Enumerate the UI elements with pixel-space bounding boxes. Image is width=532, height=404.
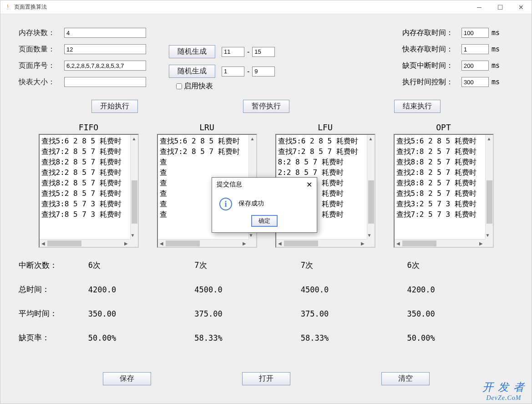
tlb-size-label: 快表大小： [19,77,64,87]
fifo-rate: 50.00% [88,333,195,343]
output-line: 查找5:6 2 8 5 耗费时 [278,136,373,146]
page-count-min-input[interactable] [222,47,244,57]
dialog-close-button[interactable]: ✕ [304,179,314,189]
mem-blocks-label: 内存块数： [19,28,64,38]
lru-hscroll[interactable]: ◀▶ [158,239,248,247]
output-line: 2:2 8 5 7 耗费时 [278,167,373,178]
output-line: 查找5:2 8 5 7 耗费时 [41,188,136,199]
page-seq-max-input[interactable] [252,66,275,77]
exec-ctrl-input[interactable] [461,77,489,87]
open-button[interactable]: 打开 [242,372,290,385]
lru-title: LRU [157,123,257,132]
page-count-label: 页面数量： [19,45,64,54]
avg-time-label: 平均时间： [19,308,88,319]
mem-time-unit: ms [491,29,500,37]
lfu-vscroll[interactable]: ▲▼ [367,135,375,239]
output-line: 查找8:8 2 5 7 耗费时 [396,178,491,188]
watermark: 开 发 者 DevZe.CoM [482,380,525,402]
lfu-total: 4500.0 [301,285,407,294]
stop-button[interactable]: 结束执行 [394,100,441,113]
rand-gen-page-count-button[interactable]: 随机生成 [169,45,215,58]
page-seq-min-input[interactable] [222,66,244,77]
dash-2: - [247,67,249,76]
output-line: 查找7:8 5 7 3 耗费时 [41,209,136,220]
output-line: 8:2 8 5 7 耗费时 [278,157,373,167]
dash-1: - [247,48,249,56]
opt-interrupts: 6次 [407,260,513,271]
output-line: 查找7:2 8 5 7 耗费时 [278,146,373,157]
start-button[interactable]: 开始执行 [91,100,138,113]
output-line: 查找7:2 8 5 7 耗费时 [41,146,136,157]
lru-total: 4500.0 [194,285,301,294]
output-line: 查找3:8 5 7 3 耗费时 [41,199,136,209]
total-time-label: 总时间： [19,284,88,295]
clear-button[interactable]: 清空 [381,372,430,385]
fault-rate-label: 缺页率： [19,332,88,343]
opt-column: OPT 查找5:6 2 8 5 耗费时查找7:8 2 5 7 耗费时查找8:8 … [394,123,494,248]
opt-avg: 350.00 [407,309,513,318]
output-line: 查找8:8 2 5 7 耗费时 [396,157,491,167]
output-line: 查找5:6 2 8 5 耗费时 [160,136,254,146]
window-title: 页面置换算法 [14,3,47,11]
output-line: 查 [160,167,254,178]
minimize-button[interactable]: ─ [469,0,490,14]
output-line: 查找3:2 5 7 3 耗费时 [396,199,491,209]
close-button[interactable]: ✕ [511,0,532,14]
fifo-avg: 350.00 [88,309,195,318]
fifo-total: 4200.0 [88,285,195,294]
opt-vscroll[interactable]: ▲▼ [485,135,493,239]
output-line: 查找2:2 8 5 7 耗费时 [41,167,136,178]
output-line: 查 [160,157,254,167]
opt-hscroll[interactable]: ◀▶ [395,239,485,247]
pause-button[interactable]: 暂停执行 [243,100,289,113]
exec-ctrl-label: 执行时间控制： [402,77,461,87]
output-line: 查找7:2 5 7 3 耗费时 [396,209,491,220]
fault-time-input[interactable] [461,61,489,71]
maximize-button[interactable]: ☐ [490,0,511,14]
opt-output: 查找5:6 2 8 5 耗费时查找7:8 2 5 7 耗费时查找8:8 2 5 … [395,135,493,226]
save-dialog: 提交信息 ✕ i 保存成功 确定 [212,177,317,233]
save-button[interactable]: 保存 [103,372,151,385]
page-seq-input[interactable] [64,61,146,71]
page-count-max-input[interactable] [252,47,275,57]
tlb-time-label: 快表存取时间： [402,45,461,54]
page-count-input[interactable] [64,44,146,54]
info-icon: i [219,198,232,210]
fifo-column: FIFO 查找5:6 2 8 5 耗费时查找7:2 8 5 7 耗费时查找8:2… [39,123,139,248]
lfu-interrupts: 7次 [301,260,407,271]
dialog-ok-button[interactable]: 确定 [251,215,278,227]
output-line: 查找8:2 8 5 7 耗费时 [41,157,136,167]
lfu-hscroll[interactable]: ◀▶ [276,239,367,247]
fifo-interrupts: 6次 [88,260,195,271]
mem-time-label: 内存存取时间： [402,28,461,38]
lfu-rate: 58.33% [301,333,407,343]
opt-total: 4200.0 [407,285,513,294]
output-line: 查找5:8 2 5 7 耗费时 [396,188,491,199]
dialog-message: 保存成功 [238,198,264,208]
enable-tlb-label: 启用快表 [184,82,213,91]
output-line: 查找2:8 2 5 7 耗费时 [396,167,491,178]
mem-time-input[interactable] [461,28,489,38]
java-icon [4,4,11,11]
fifo-hscroll[interactable]: ◀▶ [40,239,130,247]
tlb-time-input[interactable] [461,44,489,54]
output-line: 查找5:6 2 8 5 耗费时 [396,136,491,146]
fifo-vscroll[interactable]: ▲▼ [130,135,138,239]
output-line: 查找8:2 8 5 7 耗费时 [41,178,136,188]
titlebar: 页面置换算法 ─ ☐ ✕ [0,0,532,14]
tlb-size-input[interactable] [64,77,146,87]
fault-time-unit: ms [491,61,500,70]
fifo-output: 查找5:6 2 8 5 耗费时查找7:2 8 5 7 耗费时查找8:2 8 5 … [40,135,138,226]
fault-time-label: 缺页中断时间： [402,61,461,71]
lru-avg: 375.00 [194,309,301,318]
page-seq-label: 页面序号： [19,61,64,71]
fifo-title: FIFO [39,123,139,132]
output-line: 查找5:6 2 8 5 耗费时 [41,136,136,146]
dialog-title-text: 提交信息 [217,180,242,189]
enable-tlb-checkbox[interactable] [176,83,182,89]
opt-rate: 50.00% [407,333,513,343]
opt-title: OPT [394,123,494,132]
mem-blocks-input[interactable] [64,28,146,38]
output-line: 查找7:8 2 5 7 耗费时 [396,146,491,157]
rand-gen-page-seq-button[interactable]: 随机生成 [169,65,215,78]
